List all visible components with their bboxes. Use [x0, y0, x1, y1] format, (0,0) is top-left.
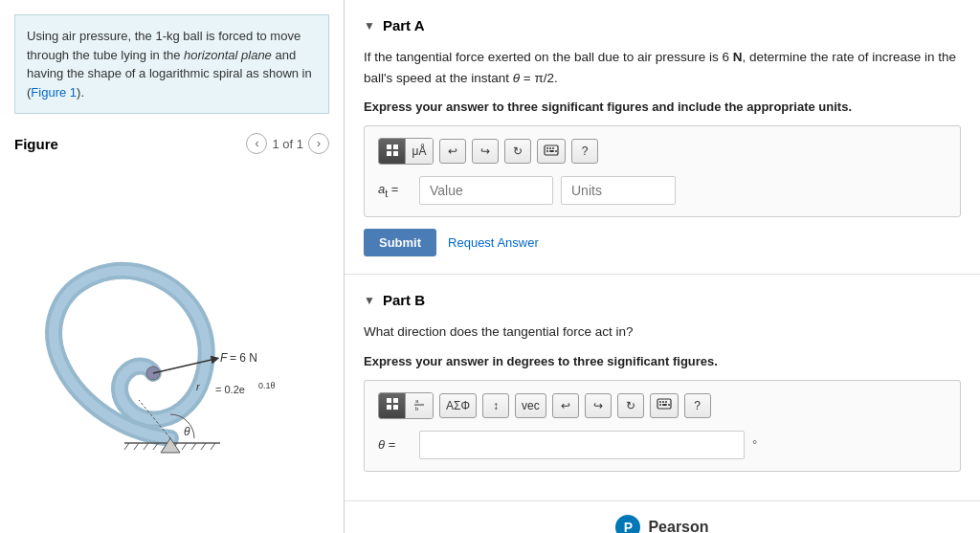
at-label: at =: [378, 182, 412, 199]
svg-text:0.1θ: 0.1θ: [258, 381, 276, 390]
svg-rect-34: [393, 398, 398, 403]
theta-label: θ =: [378, 437, 412, 452]
redo-button-a[interactable]: ↪: [472, 139, 499, 164]
figure-page: 1 of 1: [272, 137, 303, 151]
figure-image-area: r = 0.2e 0.1θ θ F = 6 N: [14, 162, 329, 533]
part-b-answer-box: a b ΑΣΦ ↕ vec: [364, 380, 961, 472]
grid-icon: [386, 397, 399, 413]
submit-button-a[interactable]: Submit: [364, 229, 436, 256]
svg-text:a: a: [415, 398, 419, 404]
svg-rect-36: [393, 405, 398, 410]
part-b-toolbar-group1: a b: [378, 392, 434, 419]
mu-a-button[interactable]: μÅ: [406, 139, 433, 164]
figure-title: Figure: [14, 136, 58, 152]
grid-button-b[interactable]: [379, 393, 406, 418]
figure-svg: r = 0.2e 0.1θ θ F = 6 N: [29, 252, 316, 462]
part-a-toolbar-group1: μÅ: [378, 138, 434, 165]
pearson-brand-name: Pearson: [648, 519, 708, 533]
figure-link-text: Figure 1: [31, 85, 77, 100]
part-b-header: ▼ Part B: [364, 292, 961, 308]
part-a-instruction: Express your answer to three significant…: [364, 100, 961, 114]
part-a-submit-row: Submit Request Answer: [364, 229, 961, 256]
svg-rect-25: [393, 151, 398, 156]
part-b-instruction: Express your answer in degrees to three …: [364, 354, 961, 368]
refresh-icon-b: ↻: [626, 399, 635, 412]
part-b-question: What direction does the tangential force…: [364, 322, 961, 343]
vec-button-b[interactable]: vec: [515, 393, 546, 418]
part-a-collapse-arrow[interactable]: ▼: [364, 19, 375, 33]
sigma-button-b[interactable]: ΑΣΦ: [439, 393, 477, 418]
part-a-input-row: at =: [378, 176, 947, 205]
problem-text: Using air pressure, the 1-kg ball is for…: [27, 29, 312, 100]
part-b-collapse-arrow[interactable]: ▼: [364, 294, 375, 307]
keyboard-icon: [544, 144, 559, 159]
part-a-toolbar: μÅ ↩ ↪ ↻: [378, 138, 947, 165]
figure-nav-controls: ‹ 1 of 1 ›: [246, 133, 329, 154]
part-a-section: ▼ Part A If the tangential force exerted…: [345, 0, 980, 275]
redo-icon: ↪: [480, 144, 490, 158]
svg-text:F: F: [220, 351, 228, 365]
part-b-input-row: θ = °: [378, 431, 947, 459]
spiral-svg: r = 0.2e 0.1θ θ F = 6 N: [29, 252, 316, 462]
svg-text:= 0.2e: = 0.2e: [215, 384, 245, 395]
mu-a-icon: μÅ: [412, 144, 427, 158]
undo-button-a[interactable]: ↩: [439, 139, 466, 164]
arrow-button-b[interactable]: ↕: [482, 393, 509, 418]
next-figure-button[interactable]: ›: [308, 133, 329, 154]
undo-button-b[interactable]: ↩: [552, 393, 579, 418]
figure-link[interactable]: Figure 1: [31, 85, 77, 100]
part-a-header: ▼ Part A: [364, 17, 961, 33]
part-b-section: ▼ Part B What direction does the tangent…: [345, 275, 980, 501]
problem-description: Using air pressure, the 1-kg ball is for…: [14, 14, 329, 114]
pearson-logo-letter: P: [624, 520, 633, 533]
pearson-logo: P: [615, 515, 640, 533]
refresh-button-a[interactable]: ↻: [504, 139, 531, 164]
svg-rect-33: [387, 398, 391, 403]
part-b-title: Part B: [383, 292, 425, 308]
svg-rect-24: [387, 151, 391, 156]
matrix-button[interactable]: [379, 139, 406, 164]
units-input[interactable]: [561, 176, 676, 205]
svg-rect-22: [387, 144, 391, 149]
svg-text:b: b: [415, 406, 419, 411]
help-icon-b: ?: [694, 399, 701, 412]
redo-icon-b: ↪: [593, 399, 603, 412]
sigma-icon: ΑΣΦ: [446, 399, 470, 412]
refresh-button-b[interactable]: ↻: [617, 393, 644, 418]
help-icon: ?: [582, 144, 589, 158]
left-panel: Using air pressure, the 1-kg ball is for…: [0, 0, 345, 533]
degree-symbol: °: [752, 437, 757, 452]
part-a-title: Part A: [383, 17, 425, 33]
keyboard-button-a[interactable]: [537, 139, 566, 164]
svg-text:= 6 N: = 6 N: [230, 351, 257, 365]
fraction-icon: a b: [412, 397, 426, 414]
right-panel: ▼ Part A If the tangential force exerted…: [345, 0, 980, 533]
italic-text-content: horizontal plane: [184, 48, 272, 62]
help-button-b[interactable]: ?: [684, 393, 711, 418]
part-b-toolbar: a b ΑΣΦ ↕ vec: [378, 392, 947, 419]
pearson-footer: P Pearson: [345, 501, 980, 533]
fraction-button-b[interactable]: a b: [406, 393, 433, 418]
part-a-answer-box: μÅ ↩ ↪ ↻: [364, 125, 961, 217]
help-button-a[interactable]: ?: [571, 139, 598, 164]
value-input[interactable]: [419, 176, 553, 205]
svg-text:θ: θ: [184, 425, 190, 438]
matrix-icon: [386, 144, 399, 160]
redo-button-b[interactable]: ↪: [585, 393, 612, 418]
part-a-question: If the tangential force exerted on the b…: [364, 47, 961, 88]
updown-arrow-icon: ↕: [493, 399, 499, 412]
svg-rect-23: [393, 144, 398, 149]
figure-header: Figure ‹ 1 of 1 ›: [14, 133, 329, 154]
prev-figure-button[interactable]: ‹: [246, 133, 267, 154]
refresh-icon: ↻: [513, 144, 523, 158]
request-answer-link-a[interactable]: Request Answer: [448, 235, 539, 250]
undo-icon: ↩: [448, 144, 457, 158]
undo-icon-b: ↩: [561, 399, 570, 412]
keyboard-button-b[interactable]: [650, 393, 679, 418]
vec-icon: vec: [522, 399, 540, 412]
theta-input[interactable]: [419, 431, 745, 459]
italic-text: horizontal plane: [184, 48, 272, 62]
figure-section: Figure ‹ 1 of 1 ›: [0, 128, 344, 533]
mass-label: 1-kg: [155, 29, 179, 43]
keyboard-icon-b: [657, 398, 672, 412]
